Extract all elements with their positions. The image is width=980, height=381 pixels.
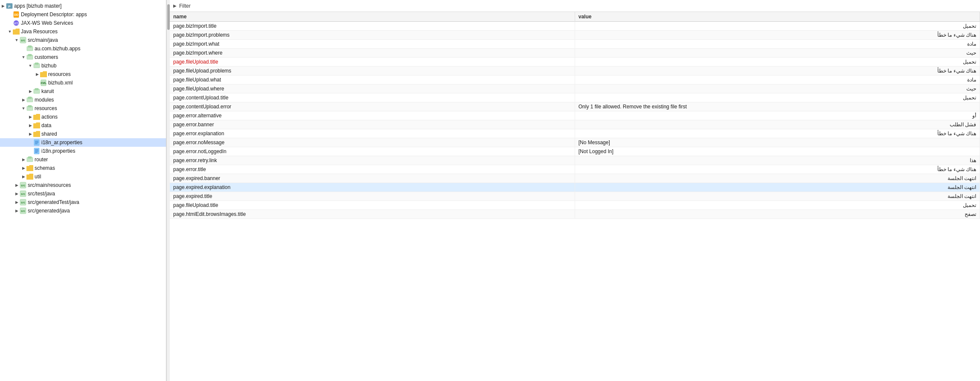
tree-arrow-src-main-java[interactable]: ▼ bbox=[14, 36, 20, 44]
filter-arrow-icon[interactable]: ▶ bbox=[173, 3, 177, 8]
tree-arrow-actions[interactable]: ▶ bbox=[27, 113, 33, 121]
tree-arrow-apps[interactable]: ▶ bbox=[0, 2, 6, 10]
table-row[interactable]: page.contentUpload.errorOnly 1 file allo… bbox=[170, 102, 980, 111]
tree-item-router[interactable]: ▶router bbox=[0, 155, 166, 164]
tree-item-src-generated-test[interactable]: ▶srcsrc/generatedTest/java bbox=[0, 198, 166, 206]
table-row[interactable]: page.fileUpload.titleتحميل bbox=[170, 58, 980, 67]
table-row[interactable]: page.expired.titleانتهت الجلسة bbox=[170, 192, 980, 201]
tree-item-bizhub[interactable]: ▼bizhub bbox=[0, 61, 166, 70]
tree-label-src-generated-test: src/generatedTest/java bbox=[28, 198, 79, 206]
tree-arrow-util[interactable]: ▶ bbox=[20, 172, 26, 181]
tree-arrow-resources-pkg[interactable]: ▼ bbox=[20, 104, 26, 113]
tree-arrow-resources[interactable]: ▶ bbox=[34, 70, 40, 79]
tree-label-src-generated: src/generated/java bbox=[28, 206, 70, 215]
tree-item-shared[interactable]: ▶shared bbox=[0, 130, 166, 138]
tree-item-src-generated[interactable]: ▶srcsrc/generated/java bbox=[0, 206, 166, 215]
tree-item-i18n[interactable]: i18n.properties bbox=[0, 147, 166, 155]
tree-item-src-test-java[interactable]: ▶srcsrc/test/java bbox=[0, 189, 166, 198]
svg-rect-21 bbox=[28, 105, 32, 107]
prop-name: page.expired.title bbox=[170, 192, 575, 201]
prop-name: page.fileUpload.title bbox=[170, 201, 575, 210]
table-row[interactable]: page.bizImport.whereحيث bbox=[170, 49, 980, 58]
tree-arrow-src-main-resources[interactable]: ▶ bbox=[14, 181, 20, 189]
package-icon bbox=[33, 62, 40, 69]
table-row[interactable]: page.fileUpload.titleتحميل bbox=[170, 201, 980, 210]
tree-item-resources-pkg[interactable]: ▼resources bbox=[0, 104, 166, 113]
tree-item-java-resources[interactable]: ▼Java Resources bbox=[0, 27, 166, 36]
tree-item-i18n-ar[interactable]: i18n_ar.properties bbox=[0, 138, 166, 147]
table-row[interactable]: page.expired.explanationانتهت الجلسة bbox=[170, 183, 980, 192]
table-row[interactable]: page.fileUpload.problemsهناك شيء ما خطأ bbox=[170, 67, 980, 76]
tree-label-resources-pkg: resources bbox=[35, 104, 57, 113]
tree-item-modules[interactable]: ▶modules bbox=[0, 96, 166, 104]
tree-arrow-modules[interactable]: ▶ bbox=[20, 96, 26, 104]
tree-arrow-schemas[interactable]: ▶ bbox=[20, 164, 26, 172]
table-row[interactable]: page.fileUpload.whereحيث bbox=[170, 84, 980, 93]
tree-item-jaxws[interactable]: WSJAX-WS Web Services bbox=[0, 19, 166, 27]
tree-arrow-src-test-java[interactable]: ▶ bbox=[14, 189, 20, 198]
tree-item-actions[interactable]: ▶actions bbox=[0, 113, 166, 121]
tree-arrow-java-resources[interactable]: ▼ bbox=[7, 27, 13, 36]
table-row[interactable]: page.error.alternativeأو bbox=[170, 111, 980, 120]
table-row[interactable]: page.error.notLoggedIn[Not Logged In] bbox=[170, 147, 980, 156]
tree-item-deployment[interactable]: DDDeployment Descriptor: apps bbox=[0, 10, 166, 19]
table-row[interactable]: page.error.bannerفشل الطلب bbox=[170, 120, 980, 129]
tree-item-apps[interactable]: ▶Papps [bizhub master] bbox=[0, 2, 166, 10]
prop-name: page.contentUpload.title bbox=[170, 93, 575, 102]
svg-text:XML: XML bbox=[41, 81, 47, 84]
tree-item-schemas[interactable]: ▶schemas bbox=[0, 164, 166, 172]
tree-arrow-karuit[interactable]: ▶ bbox=[27, 87, 33, 96]
prop-value: انتهت الجلسة bbox=[575, 192, 980, 201]
table-row[interactable]: page.htmlEdit.browsImages.titleتصفح bbox=[170, 210, 980, 219]
table-row[interactable]: page.contentUpload.titleتحميل bbox=[170, 93, 980, 102]
tree-item-resources[interactable]: ▶resources bbox=[0, 70, 166, 79]
svg-text:DD: DD bbox=[14, 13, 18, 16]
tree-item-bizhub-xml[interactable]: XMLbizhub.xml bbox=[0, 79, 166, 87]
props-icon bbox=[33, 148, 40, 154]
tree-item-src-main-java[interactable]: ▼srcsrc/main/java bbox=[0, 36, 166, 44]
tree-arrow-src-generated-test[interactable]: ▶ bbox=[14, 198, 20, 206]
src-icon: src bbox=[20, 37, 26, 44]
col-value-header: value bbox=[575, 12, 980, 22]
tree-arrow-router[interactable]: ▶ bbox=[20, 155, 26, 164]
filter-bar: ▶ Filter bbox=[170, 0, 980, 12]
tree-item-data[interactable]: ▶data bbox=[0, 121, 166, 130]
table-row[interactable]: page.error.explanationهناك شيء ما خطأ bbox=[170, 129, 980, 138]
table-row[interactable]: page.error.titleهناك شيء ما خطأ bbox=[170, 165, 980, 174]
table-row[interactable]: page.expired.bannerانتهت الجلسة bbox=[170, 174, 980, 183]
table-row[interactable]: page.error.retry.linkهذا bbox=[170, 156, 980, 165]
folder-icon bbox=[33, 131, 40, 137]
prop-value: هناك شيء ما خطأ bbox=[575, 31, 980, 40]
tree-label-bizhub-xml: bizhub.xml bbox=[48, 79, 73, 87]
table-row[interactable]: page.bizImport.whatمادة bbox=[170, 40, 980, 49]
prop-name: page.error.notLoggedIn bbox=[170, 147, 575, 156]
prop-value: [No Message] bbox=[575, 138, 980, 147]
file-tree[interactable]: ▶Papps [bizhub master]DDDeployment Descr… bbox=[0, 0, 166, 381]
prop-value: أو bbox=[575, 111, 980, 120]
tree-scrollbar[interactable] bbox=[166, 0, 170, 381]
prop-name: page.bizImport.where bbox=[170, 49, 575, 58]
tree-arrow-src-generated[interactable]: ▶ bbox=[14, 206, 20, 215]
prop-name: page.bizImport.problems bbox=[170, 31, 575, 40]
table-row[interactable]: page.error.noMessage[No Message] bbox=[170, 138, 980, 147]
prop-value: هناك شيء ما خطأ bbox=[575, 129, 980, 138]
tree-item-customers[interactable]: ▼customers bbox=[0, 53, 166, 61]
tree-item-src-main-resources[interactable]: ▶srcsrc/main/resources bbox=[0, 181, 166, 189]
tree-item-util[interactable]: ▶util bbox=[0, 172, 166, 181]
tree-item-karuit[interactable]: ▶karuit bbox=[0, 87, 166, 96]
props-icon bbox=[33, 139, 40, 146]
tree-item-au-com-bizhub-apps[interactable]: au.com.bizhub.apps bbox=[0, 44, 166, 53]
tree-arrow-data[interactable]: ▶ bbox=[27, 121, 33, 130]
table-row[interactable]: page.fileUpload.whatمادة bbox=[170, 76, 980, 84]
table-row[interactable]: page.bizImport.titleتحميل bbox=[170, 22, 980, 31]
table-row[interactable]: page.bizImport.problemsهناك شيء ما خطأ bbox=[170, 31, 980, 40]
scroll-thumb[interactable] bbox=[167, 4, 170, 30]
folder-icon bbox=[40, 71, 47, 78]
svg-text:P: P bbox=[8, 5, 11, 9]
tree-arrow-bizhub[interactable]: ▼ bbox=[27, 61, 33, 70]
tree-arrow-shared[interactable]: ▶ bbox=[27, 130, 33, 138]
tree-arrow-customers[interactable]: ▼ bbox=[20, 53, 26, 61]
folder-icon bbox=[26, 165, 33, 172]
svg-rect-9 bbox=[28, 46, 32, 47]
svg-text:src: src bbox=[21, 192, 26, 195]
